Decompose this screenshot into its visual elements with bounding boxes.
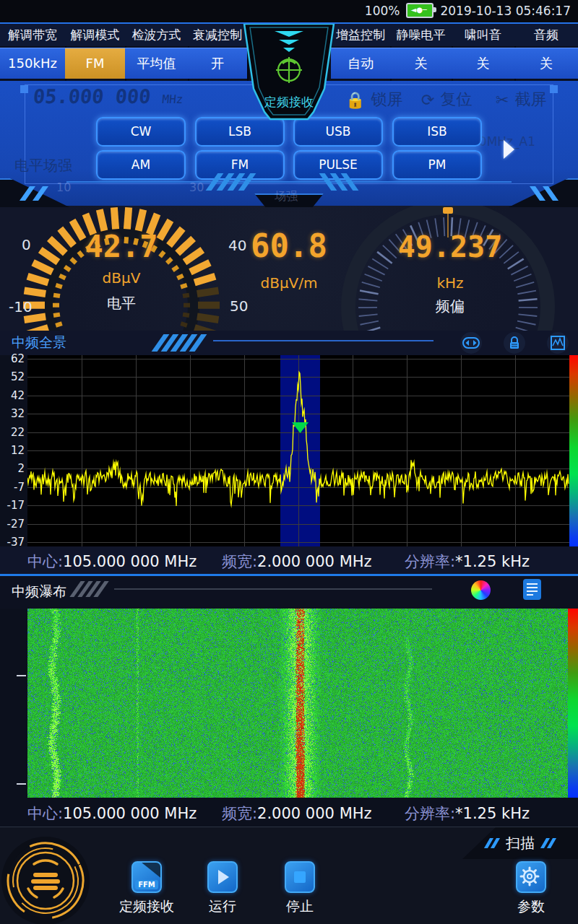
status-bar: 100% ◄●─ 2019-10-13 05:46:17 bbox=[0, 0, 578, 22]
y-tick-label: 32 bbox=[0, 407, 25, 420]
info-value: *1.25 kHz bbox=[455, 553, 530, 570]
list-icon[interactable] bbox=[523, 579, 541, 600]
menu-col-right-1: 静噪电平关 bbox=[390, 24, 453, 81]
nav-item-ffm-icon[interactable]: FFM定频接收 bbox=[103, 861, 190, 916]
menu-col-right-0: 增益控制自动 bbox=[331, 24, 392, 81]
meter-panel: 42.7 dBμV 电平 0 40 -10 50 60.8 dBμV/m 49.… bbox=[0, 206, 578, 331]
info-value: 105.000 000 MHz bbox=[63, 805, 197, 822]
hamburger-icon bbox=[4, 840, 87, 922]
colorbar-waterfall bbox=[568, 609, 578, 798]
pan-toggle-icon[interactable] bbox=[460, 332, 482, 354]
screenshot-button[interactable]: ✂截屏 bbox=[496, 89, 546, 110]
level-value: 42.7 bbox=[85, 229, 158, 264]
dim-tick: 10 bbox=[56, 180, 71, 194]
menu-value-button[interactable]: 关 bbox=[514, 48, 578, 79]
menu-value-button[interactable]: 自动 bbox=[331, 48, 390, 79]
bottom-nav-bar: 扫描 FFM定频接收运行停止参数 bbox=[0, 827, 578, 924]
menu-value-button[interactable]: FM bbox=[65, 48, 125, 79]
info-rbw: 分辨率:*1.25 kHz bbox=[405, 552, 530, 572]
info-center: 中心:105.000 000 MHz bbox=[27, 803, 197, 824]
spectrum-display[interactable] bbox=[27, 355, 569, 547]
tab-fixed-frequency-receive[interactable]: 定频接收 bbox=[238, 24, 340, 123]
trapezoid-label: 定频接收 bbox=[264, 95, 314, 109]
mode-button-pm[interactable]: PM bbox=[392, 150, 482, 180]
stop-icon bbox=[285, 861, 315, 893]
battery-percent: 100% bbox=[365, 4, 400, 18]
menu-label: 音频 bbox=[514, 24, 578, 46]
play-icon bbox=[207, 861, 238, 893]
offset-value: 49.237 bbox=[398, 230, 503, 263]
spectrum-info-row: 中心:105.000 000 MHz频宽:2.000 000 MHz分辨率:*1… bbox=[0, 546, 578, 574]
info-value: 105.000 000 MHz bbox=[63, 553, 197, 570]
field-value: 60.8 bbox=[251, 227, 327, 264]
menu-value-button[interactable]: 关 bbox=[452, 48, 514, 79]
mode-button-pulse[interactable]: PULSE bbox=[293, 150, 383, 180]
y-tick-label: 62 bbox=[0, 352, 25, 365]
receiver-app: 100% ◄●─ 2019-10-13 05:46:17 解调带宽150kHz解… bbox=[0, 0, 578, 924]
field-unit: dBμV/m bbox=[260, 274, 317, 292]
nav-item-gear-icon[interactable]: 参数 bbox=[488, 861, 574, 916]
scan-section-header[interactable]: 扫描 bbox=[462, 827, 578, 859]
y-tick-label: -7 bbox=[0, 481, 25, 494]
scissors-icon: ✂ bbox=[496, 91, 509, 109]
nav-label: 运行 bbox=[179, 897, 266, 916]
reset-icon: ⟳ bbox=[421, 91, 434, 109]
info-value: 2.000 000 MHz bbox=[257, 805, 371, 822]
scale-neg10: -10 bbox=[9, 298, 33, 315]
mode-button-cw[interactable]: CW bbox=[96, 117, 186, 147]
nav-item-stop-icon[interactable]: 停止 bbox=[256, 861, 343, 916]
y-tick-label: 42 bbox=[0, 389, 25, 402]
info-label: 中心: bbox=[27, 805, 63, 822]
offset-needle-marker bbox=[443, 207, 453, 214]
info-label: 频宽: bbox=[222, 805, 257, 822]
menu-value-button[interactable]: 平均值 bbox=[125, 48, 188, 79]
dim-field-label: 场强 bbox=[275, 189, 298, 204]
battery-charging-icon: ◄●─ bbox=[406, 3, 434, 18]
gear-icon bbox=[516, 861, 546, 893]
spectrum-icon[interactable] bbox=[547, 332, 569, 354]
nav-label: 定频接收 bbox=[103, 897, 190, 916]
panorama-title: 中频全景 bbox=[12, 334, 66, 352]
menu-value-button[interactable]: 150kHz bbox=[0, 48, 65, 79]
info-value: *1.25 kHz bbox=[455, 805, 530, 822]
scan-label: 扫描 bbox=[506, 834, 535, 853]
y-tick-label: -27 bbox=[0, 518, 25, 531]
waterfall-info-row: 中心:105.000 000 MHz频宽:2.000 000 MHz分辨率:*1… bbox=[0, 798, 578, 826]
waterfall-display[interactable] bbox=[27, 609, 568, 798]
lock-icon[interactable] bbox=[504, 332, 525, 354]
info-label: 中心: bbox=[27, 553, 63, 570]
menu-value-button[interactable]: 关 bbox=[390, 48, 452, 79]
offset-label: 频偏 bbox=[436, 297, 465, 316]
panorama-header: 中频全景 bbox=[0, 331, 578, 355]
mode-button-isb[interactable]: ISB bbox=[392, 117, 482, 147]
y-tick-label: -17 bbox=[0, 499, 25, 512]
overlay-handle-left bbox=[20, 85, 28, 93]
level-unit: dBμV bbox=[103, 269, 141, 287]
chevron-right-icon[interactable] bbox=[504, 140, 514, 159]
menu-col-left-0: 解调带宽150kHz bbox=[0, 24, 66, 81]
y-tick-label: 52 bbox=[0, 370, 25, 383]
scale-0: 0 bbox=[22, 236, 31, 253]
waterfall-title: 中频瀑布 bbox=[12, 583, 66, 601]
reset-button[interactable]: ⟳复位 bbox=[421, 89, 472, 110]
mode-button-am[interactable]: AM bbox=[96, 150, 186, 180]
overlay-handle-right bbox=[550, 85, 558, 93]
dim-tick: 30 bbox=[189, 180, 204, 194]
ffm-badge: FFM bbox=[135, 880, 158, 889]
level-label: 电平 bbox=[107, 294, 136, 313]
frequency-display-dimmed: 05.000 000 MHz bbox=[33, 85, 184, 108]
menu-label: 解调带宽 bbox=[0, 24, 65, 46]
nav-item-play-icon[interactable]: 运行 bbox=[179, 861, 266, 916]
menu-col-left-2: 检波方式平均值 bbox=[125, 24, 189, 81]
header-line bbox=[114, 588, 432, 590]
level-field-label-dimmed: 电平场强 bbox=[14, 156, 72, 175]
colorbar-spectrum bbox=[569, 355, 578, 547]
info-center: 中心:105.000 000 MHz bbox=[27, 552, 197, 572]
info-label: 分辨率: bbox=[405, 553, 455, 570]
main-menu-button[interactable] bbox=[4, 840, 87, 922]
offset-unit: kHz bbox=[436, 274, 463, 292]
lock-screen-button[interactable]: 🔒锁屏 bbox=[345, 89, 402, 110]
info-span: 频宽:2.000 000 MHz bbox=[222, 552, 372, 572]
ffm-icon: FFM bbox=[131, 861, 162, 893]
color-wheel-icon[interactable] bbox=[471, 580, 491, 600]
